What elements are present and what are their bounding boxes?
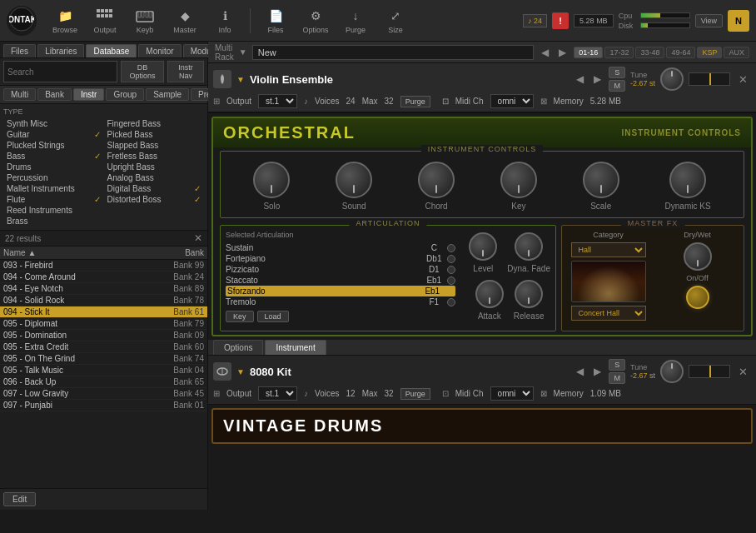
ni-button[interactable]: N bbox=[728, 10, 749, 32]
filter-mallet[interactable]: Mallet Instruments bbox=[3, 183, 104, 194]
drums-next-arrow[interactable]: ▶ bbox=[591, 366, 604, 377]
drums-tune-slider[interactable] bbox=[689, 365, 730, 378]
chord-knob[interactable] bbox=[418, 162, 455, 198]
dyna-fade-knob[interactable] bbox=[515, 232, 543, 261]
art-row-sustain[interactable]: SustainC bbox=[226, 242, 455, 253]
filter-slapped-bass[interactable]: Slapped Bass bbox=[104, 140, 205, 151]
bank-tab-ksp[interactable]: KSP bbox=[697, 47, 722, 58]
tab-instrument[interactable]: Instrument bbox=[265, 340, 326, 355]
release-knob[interactable] bbox=[515, 280, 543, 308]
tab-libraries[interactable]: Libraries bbox=[37, 44, 84, 57]
filter-picked-bass[interactable]: Picked Bass bbox=[104, 129, 205, 140]
drums-tune-knob[interactable] bbox=[660, 360, 684, 383]
midi-select-d[interactable]: omni bbox=[490, 386, 534, 401]
filter-fretless-bass[interactable]: Fretless Bass bbox=[104, 151, 205, 162]
tab-group[interactable]: Group bbox=[106, 88, 144, 101]
drums-s-button[interactable]: S bbox=[609, 359, 625, 371]
filter-flute[interactable]: Flute✓ bbox=[3, 194, 104, 205]
art-row-tremolo[interactable]: TremoloF1 bbox=[226, 296, 455, 307]
output-select-v[interactable]: st.1 bbox=[258, 94, 297, 108]
purge-button-d[interactable]: Purge bbox=[400, 388, 430, 400]
close-filter-button[interactable]: ✕ bbox=[194, 232, 202, 244]
solo-knob[interactable] bbox=[253, 162, 290, 198]
art-row-pizzicato[interactable]: PizzicatoD1 bbox=[226, 264, 455, 275]
warning-button[interactable]: ! bbox=[552, 12, 569, 29]
output-tool[interactable]: Output bbox=[87, 4, 123, 37]
drums-expand-arrow[interactable]: ▼ bbox=[236, 367, 245, 376]
bank-tab-aux[interactable]: AUX bbox=[724, 47, 749, 58]
list-item[interactable]: 093 - FirebirdBank 99 bbox=[0, 260, 207, 271]
options-tool[interactable]: ⚙ Options bbox=[297, 4, 334, 37]
tab-multi[interactable]: Multi bbox=[3, 88, 36, 101]
drums-prev-arrow[interactable]: ◀ bbox=[574, 366, 586, 377]
drums-m-button[interactable]: M bbox=[609, 372, 625, 384]
tune-slider[interactable] bbox=[689, 72, 730, 86]
level-knob[interactable] bbox=[469, 232, 497, 261]
tab-monitor[interactable]: Monitor bbox=[138, 44, 181, 57]
filter-plucked-strings[interactable]: Plucked Strings bbox=[3, 140, 104, 151]
bank-tab-17-32[interactable]: 17-32 bbox=[604, 47, 634, 58]
filter-distorted-bass[interactable]: Distorted Boss✓ bbox=[104, 194, 205, 205]
tab-options[interactable]: Options bbox=[213, 340, 263, 355]
tune-knob[interactable] bbox=[660, 67, 684, 91]
filter-bass[interactable]: Bass✓ bbox=[3, 151, 104, 162]
purge-tool[interactable]: ↓ Purge bbox=[337, 4, 374, 37]
filter-digital-bass[interactable]: Digital Bass✓ bbox=[104, 183, 205, 194]
size-tool[interactable]: ⤢ Size bbox=[377, 4, 414, 37]
list-item[interactable]: 094 - Come AroundBank 24 bbox=[0, 271, 207, 283]
info-tool[interactable]: ℹ Info bbox=[206, 4, 243, 37]
on-off-button[interactable] bbox=[686, 286, 709, 309]
filter-percussion[interactable]: Percussion bbox=[3, 172, 104, 183]
bank-tab-1-16[interactable]: 01-16 bbox=[574, 47, 603, 58]
bank-tab-33-48[interactable]: 33-48 bbox=[635, 47, 664, 58]
list-item[interactable]: 097 - PunjabiBank 01 bbox=[0, 400, 207, 411]
keyb-tool[interactable]: Keyb bbox=[127, 4, 163, 37]
violin-close-button[interactable]: ✕ bbox=[735, 73, 751, 86]
attack-knob[interactable] bbox=[475, 280, 504, 308]
filter-brass[interactable]: Brass bbox=[3, 216, 104, 227]
tab-database[interactable]: Database bbox=[86, 44, 137, 57]
load-button[interactable]: Load bbox=[257, 311, 289, 322]
sound-knob[interactable] bbox=[336, 162, 372, 198]
category-select[interactable]: Hall bbox=[571, 242, 646, 257]
m-button[interactable]: M bbox=[609, 80, 625, 92]
violin-expand-arrow[interactable]: ▼ bbox=[236, 75, 245, 84]
filter-guitar[interactable]: Guitar✓ bbox=[3, 129, 104, 140]
key-button[interactable]: Key bbox=[226, 311, 254, 322]
list-item[interactable]: 096 - Back UpBank 65 bbox=[0, 376, 207, 388]
key-knob[interactable] bbox=[500, 162, 537, 198]
list-item-selected[interactable]: 094 - Stick ItBank 61 bbox=[0, 306, 207, 318]
rack-dropdown-arrow[interactable]: ▼ bbox=[239, 47, 247, 57]
list-item[interactable]: 095 - Talk MusicBank 04 bbox=[0, 365, 207, 376]
violin-icon[interactable] bbox=[213, 70, 231, 88]
list-item[interactable]: 095 - DiplomatBank 79 bbox=[0, 318, 207, 330]
dynamic-ks-knob[interactable] bbox=[669, 162, 706, 198]
filter-reed[interactable]: Reed Instruments bbox=[3, 205, 104, 216]
art-row-staccato[interactable]: StaccatoEb1 bbox=[226, 275, 455, 286]
filter-drums[interactable]: Drums bbox=[3, 162, 104, 172]
search-input[interactable] bbox=[3, 61, 117, 82]
bank-tab-49-64[interactable]: 49-64 bbox=[666, 47, 695, 58]
list-item[interactable]: 095 - On The GrindBank 74 bbox=[0, 353, 207, 365]
output-select-d[interactable]: st.1 bbox=[258, 386, 297, 401]
filter-upright-bass[interactable]: Upright Bass bbox=[104, 162, 205, 172]
filter-synth-misc[interactable]: Synth Misc bbox=[3, 118, 104, 129]
tab-sample[interactable]: Sample bbox=[146, 88, 189, 101]
purge-button-v[interactable]: Purge bbox=[400, 96, 430, 107]
tab-bank[interactable]: Bank bbox=[37, 88, 72, 101]
list-item[interactable]: 095 - DominationBank 09 bbox=[0, 330, 207, 341]
scale-knob[interactable] bbox=[583, 162, 619, 198]
preset-select[interactable]: Concert Hall bbox=[571, 306, 646, 321]
tab-instr[interactable]: Instr bbox=[73, 88, 104, 101]
files-tool[interactable]: 📄 Files bbox=[257, 4, 294, 37]
violin-prev-arrow[interactable]: ◀ bbox=[574, 73, 586, 85]
edit-button[interactable]: Edit bbox=[3, 492, 36, 506]
filter-fingered-bass[interactable]: Fingered Bass bbox=[104, 118, 205, 129]
art-row-fortepiano[interactable]: FortepianoDb1 bbox=[226, 253, 455, 264]
list-item[interactable]: 094 - Eye NotchBank 89 bbox=[0, 283, 207, 295]
s-button[interactable]: S bbox=[609, 67, 625, 78]
master-tool[interactable]: ◆ Master bbox=[167, 4, 203, 37]
filter-analog-bass[interactable]: Analog Bass bbox=[104, 172, 205, 183]
rack-next-arrow[interactable]: ▶ bbox=[556, 47, 569, 58]
browse-tool[interactable]: 📁 Browse bbox=[47, 4, 83, 37]
